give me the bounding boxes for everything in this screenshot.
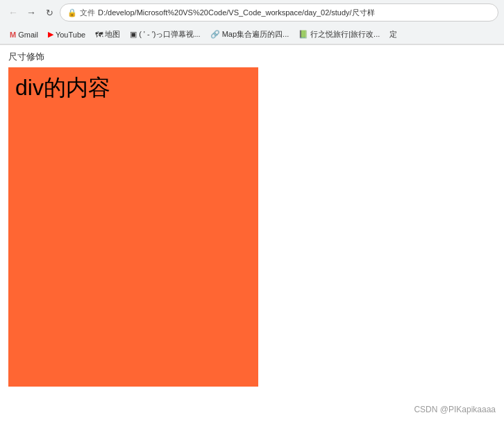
- bookmark-more-label: 定: [389, 29, 397, 40]
- bookmark-youtube[interactable]: ▶ YouTube: [44, 28, 90, 40]
- refresh-button[interactable]: ↻: [42, 5, 57, 20]
- bookmark-maps[interactable]: 🗺 地图: [91, 28, 124, 41]
- file-indicator: 文件: [80, 8, 95, 18]
- forward-button[interactable]: →: [24, 5, 39, 20]
- bookmark-gmail[interactable]: M Gmail: [6, 29, 42, 40]
- maps-icon: 🗺: [95, 31, 103, 39]
- bookmark-csdn-label: ( ' - ')っ口弹幕视...: [139, 29, 201, 40]
- browser-toolbar: ← → ↻ 🔒 文件 D:/develop/Microsoft%20VS%20C…: [0, 0, 504, 25]
- youtube-icon: ▶: [48, 30, 53, 39]
- div-content-text: div的内容: [8, 67, 258, 109]
- bookmark-map2[interactable]: 🔗 Map集合遍历的四...: [206, 28, 294, 41]
- travel-icon: 📗: [299, 30, 308, 39]
- bookmark-maps-label: 地图: [105, 29, 120, 40]
- csdn-icon: ▣: [130, 30, 137, 39]
- address-bar[interactable]: 🔒 文件 D:/develop/Microsoft%20VS%20Code/VS…: [60, 3, 498, 22]
- bookmark-travel-label: 行之悦旅行|旅行改...: [310, 29, 380, 40]
- browser-chrome: ← → ↻ 🔒 文件 D:/develop/Microsoft%20VS%20C…: [0, 0, 504, 45]
- bookmark-map2-label: Map集合遍历的四...: [222, 29, 289, 40]
- bookmark-youtube-label: YouTube: [56, 31, 85, 39]
- page-content: 尺寸修饰 div的内容 CSDN @PIKapikaaaa: [0, 45, 504, 422]
- bookmarks-bar: M Gmail ▶ YouTube 🗺 地图 ▣ ( ' - ')っ口弹幕视..…: [0, 25, 504, 44]
- page-title: 尺寸修饰: [8, 51, 496, 63]
- orange-div: div的内容: [8, 67, 258, 387]
- bookmark-travel[interactable]: 📗 行之悦旅行|旅行改...: [294, 28, 384, 41]
- lock-icon: 🔒: [67, 8, 77, 17]
- address-text: D:/develop/Microsoft%20VS%20Code/VS_Code…: [98, 8, 375, 18]
- bookmark-csdn[interactable]: ▣ ( ' - ')っ口弹幕视...: [126, 28, 205, 41]
- back-button[interactable]: ←: [6, 5, 21, 20]
- watermark: CSDN @PIKapikaaaa: [414, 405, 496, 414]
- bookmark-more[interactable]: 定: [385, 28, 401, 41]
- bookmark-gmail-label: Gmail: [18, 31, 38, 39]
- map2-icon: 🔗: [210, 30, 220, 39]
- gmail-icon: M: [10, 31, 16, 39]
